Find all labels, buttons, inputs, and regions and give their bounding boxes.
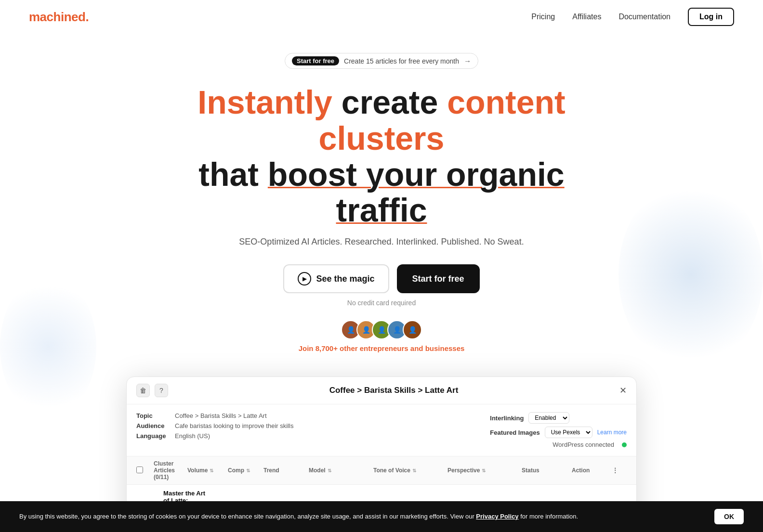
comp-sort-icon: ⇅ (246, 468, 250, 473)
arrow-icon: → (464, 57, 471, 65)
cookie-banner: By using this website, you agree to the … (0, 501, 763, 532)
cta-buttons: ▶ See the magic Start for free (10, 264, 753, 293)
col-articles-label: Cluster Articles (0/11) (154, 460, 185, 480)
avatar-5: 👤 (403, 320, 422, 339)
meta-interlinking: Interlinking Enabled Disabled (490, 412, 627, 424)
language-label: Language (136, 432, 170, 440)
join-text: Join 8,700+ other entrepreneurs and busi… (10, 344, 753, 352)
play-icon: ▶ (298, 272, 311, 285)
featured-images-select[interactable]: Use Pexels None (545, 427, 592, 438)
logo-text: machined (29, 10, 85, 24)
meta-topic: Topic Coffee > Barista Skills > Latte Ar… (136, 412, 293, 419)
col-volume-label: Volume (187, 467, 208, 474)
col-action-label: Action (572, 467, 590, 474)
topic-label: Topic (136, 412, 170, 419)
col-comp: Comp ⇅ (228, 467, 262, 474)
col-status-label: Status (522, 467, 539, 474)
see-magic-button[interactable]: ▶ See the magic (283, 264, 389, 293)
join-suffix: other entrepreneurs and businesses (340, 344, 464, 352)
col-trend-label: Trend (263, 467, 279, 474)
no-credit-text: No credit card required (10, 299, 753, 307)
featured-images-label: Featured Images (490, 429, 539, 436)
join-count: 8,700+ (316, 344, 340, 352)
modal-header: 🗑 ? Coffee > Barista Skills > Latte Art … (127, 377, 636, 404)
col-comp-label: Comp (228, 467, 244, 474)
nav-affiliates[interactable]: Affiliates (572, 13, 601, 21)
hero-headline: Instantly create content clusters that b… (165, 84, 598, 228)
col-tone: Tone of Voice ⇅ (373, 467, 446, 474)
interlinking-select[interactable]: Enabled Disabled (528, 412, 569, 424)
nav-pricing[interactable]: Pricing (531, 13, 555, 21)
cookie-text-after: for more information. (520, 513, 578, 520)
headline-instantly: Instantly (197, 84, 332, 120)
col-model: Model ⇅ (309, 467, 371, 474)
audience-value: Cafe baristas looking to improve their s… (175, 422, 293, 429)
nav-documentation[interactable]: Documentation (618, 13, 671, 21)
select-all-checkbox[interactable] (136, 467, 143, 473)
col-perspective-label: Perspective (447, 467, 480, 474)
wp-connected-dot (622, 442, 627, 447)
col-checkbox (136, 467, 152, 475)
learn-more-link[interactable]: Learn more (597, 429, 627, 436)
col-articles: Cluster Articles (0/11) (154, 460, 185, 480)
col-trend: Trend (263, 467, 307, 474)
see-magic-label: See the magic (316, 274, 374, 284)
modal-icons: 🗑 ? (136, 384, 168, 397)
logo[interactable]: machined. (29, 10, 89, 25)
badge-text: Create 15 articles for free every month (344, 57, 459, 65)
badge-pill: Start for free (292, 56, 339, 65)
meta-wp-connected: WordPress connected (490, 441, 627, 448)
meta-right: Interlinking Enabled Disabled Featured I… (490, 412, 627, 448)
col-volume: Volume ⇅ (187, 467, 226, 474)
col-model-label: Model (309, 467, 326, 474)
language-value: English (US) (175, 432, 210, 440)
col-action: Action (572, 467, 610, 474)
topic-value: Coffee > Barista Skills > Latte Art (175, 412, 267, 419)
table-header: Cluster Articles (0/11) Volume ⇅ Comp ⇅ … (127, 456, 636, 485)
cookie-text-main: By using this website, you agree to the … (19, 513, 474, 520)
hero-section: Start for free Create 15 articles for fr… (0, 34, 763, 352)
vol-sort-icon: ⇅ (210, 468, 213, 473)
col-tone-label: Tone of Voice (373, 467, 410, 474)
perspective-sort-icon: ⇅ (482, 468, 486, 473)
hero-subtext: SEO-Optimized AI Articles. Researched. I… (10, 237, 753, 247)
top-badge[interactable]: Start for free Create 15 articles for fr… (285, 53, 478, 69)
meta-left: Topic Coffee > Barista Skills > Latte Ar… (136, 412, 293, 448)
col-dots: ⋮ (612, 467, 627, 474)
help-button[interactable]: ? (155, 384, 168, 397)
login-button[interactable]: Log in (688, 8, 734, 26)
cookie-text: By using this website, you agree to the … (19, 512, 705, 521)
avatars-row: 👤 👤 👤 👤 👤 (341, 320, 422, 339)
col-perspective: Perspective ⇅ (447, 467, 520, 474)
meta-language: Language English (US) (136, 432, 293, 440)
join-prefix: Join (299, 344, 314, 352)
nav-links: Pricing Affiliates Documentation Log in (531, 8, 734, 26)
navbar: machined. Pricing Affiliates Documentati… (0, 0, 763, 34)
audience-label: Audience (136, 422, 170, 429)
meta-audience: Audience Cafe baristas looking to improv… (136, 422, 293, 429)
privacy-policy-link[interactable]: Privacy Policy (476, 513, 518, 520)
logo-dot: . (85, 10, 89, 24)
col-status: Status (522, 467, 570, 474)
avatar-group: 👤 👤 👤 👤 👤 (10, 320, 753, 339)
headline-boost: boost your organic traffic (268, 156, 565, 229)
wp-connected-text: WordPress connected (553, 441, 614, 448)
modal-meta: Topic Coffee > Barista Skills > Latte Ar… (127, 404, 636, 456)
meta-featured-images: Featured Images Use Pexels None Learn mo… (490, 427, 627, 438)
modal-title: Coffee > Barista Skills > Latte Art (329, 386, 459, 395)
headline-that: that (198, 156, 268, 193)
tone-sort-icon: ⇅ (412, 468, 416, 473)
trash-button[interactable]: 🗑 (136, 384, 150, 397)
cookie-ok-button[interactable]: OK (714, 509, 744, 524)
close-button[interactable]: ✕ (619, 385, 627, 396)
headline-create: create (342, 84, 447, 120)
interlinking-label: Interlinking (490, 415, 524, 422)
start-free-button[interactable]: Start for free (397, 264, 480, 293)
model-sort-icon: ⇅ (328, 468, 331, 473)
